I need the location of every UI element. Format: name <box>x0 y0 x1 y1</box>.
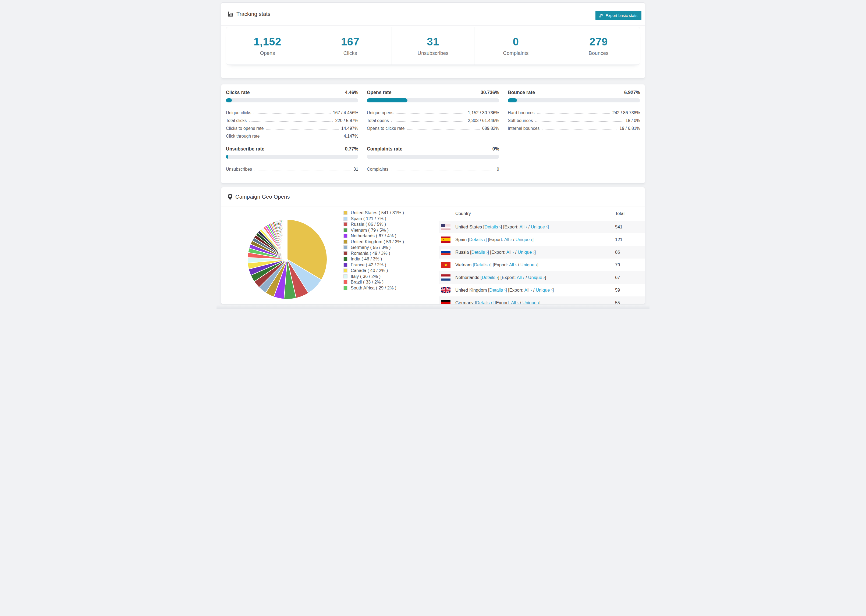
legend-item: Spain ( 121 / 7% ) <box>343 216 404 222</box>
details-link[interactable]: Details › <box>484 225 501 229</box>
legend-swatch <box>343 228 348 232</box>
export-all-link[interactable]: All › <box>511 300 518 304</box>
export-basic-stats-button[interactable]: Export basic stats <box>595 11 641 20</box>
export-button-label: Export basic stats <box>606 13 638 18</box>
legend-label: Spain ( 121 / 7% ) <box>351 216 386 221</box>
legend-label: Netherlands ( 67 / 4% ) <box>351 233 397 238</box>
table-row: United States [Details ›] [Export: All ›… <box>439 221 645 233</box>
tracking-stats-card: Tracking stats Export basic stats 1,152 … <box>221 2 645 79</box>
rate-stat-value: 1,152 / 30.736% <box>468 110 499 115</box>
dotted-leader <box>254 113 330 114</box>
rate-stat-label: Unique opens <box>367 110 394 115</box>
map-pin-icon <box>228 194 232 200</box>
rate-stat-value: 14.497% <box>341 126 358 131</box>
details-link[interactable]: Details › <box>469 237 485 242</box>
progress-bar <box>508 98 640 102</box>
rate-stat-row: Total opens 2,303 / 61.446% <box>367 115 499 123</box>
export-all-link[interactable]: All › <box>524 288 532 292</box>
export-unique-link[interactable]: Unique › <box>518 250 534 255</box>
rate-stat-row: Click through rate 4.147% <box>226 131 358 139</box>
export-unique-link[interactable]: Unique › <box>522 300 539 304</box>
legend-swatch <box>343 211 348 215</box>
rates-card: Clicks rate 4.46% Unique clicks 167 / 4.… <box>221 84 645 184</box>
country-total: 86 <box>615 250 620 255</box>
geo-header: Campaign Geo Opens <box>221 187 645 206</box>
export-all-link[interactable]: All › <box>506 250 514 255</box>
legend-swatch <box>343 222 348 226</box>
legend-label: Canada ( 40 / 2% ) <box>351 268 388 273</box>
details-link[interactable]: Details › <box>482 275 498 280</box>
rate-stat-row: Clicks to opens rate 14.497% <box>226 123 358 131</box>
legend-label: Romania ( 49 / 3% ) <box>351 251 390 256</box>
rate-stat-value: 167 / 4.456% <box>333 110 358 115</box>
details-link[interactable]: Details › <box>471 250 488 255</box>
progress-bar <box>226 98 358 102</box>
legend-item: Netherlands ( 67 / 4% ) <box>343 233 404 239</box>
country-total: 541 <box>615 225 623 229</box>
export-all-link[interactable]: All › <box>509 262 516 267</box>
stat-label: Clicks <box>343 50 357 56</box>
progress-bar-fill <box>226 98 232 102</box>
stat-value: 279 <box>589 36 608 48</box>
export-unique-link[interactable]: Unique › <box>516 237 532 242</box>
stat-value: 1,152 <box>254 36 281 48</box>
rate-stat-value: 220 / 5.87% <box>335 118 358 123</box>
rate-value: 4.46% <box>345 90 358 96</box>
table-row: Germany [Details ›] [Export: All › / Uni… <box>439 297 645 304</box>
export-unique-link[interactable]: Unique › <box>528 275 545 280</box>
rates-grid: Clicks rate 4.46% Unique clicks 167 / 4.… <box>221 84 645 172</box>
details-link[interactable]: Details › <box>474 262 490 267</box>
country-total: 79 <box>615 262 620 267</box>
export-unique-link[interactable]: Unique › <box>520 262 537 267</box>
export-unique-link[interactable]: Unique › <box>531 225 548 229</box>
progress-bar <box>367 98 499 102</box>
stats-summary-box: 1,152 Opens 167 Clicks 31 Unsubscribes 0… <box>226 27 640 65</box>
legend-item: Vietnam ( 79 / 5% ) <box>343 227 404 233</box>
legend-item: France ( 42 / 2% ) <box>343 262 404 268</box>
campaign-geo-opens-card: Campaign Geo Opens United States ( 541 /… <box>221 187 645 304</box>
rate-title: Complaints rate <box>367 146 402 152</box>
legend-swatch <box>343 269 348 272</box>
country-flag-icon <box>441 224 450 230</box>
country-flag-icon <box>441 249 450 255</box>
details-link[interactable]: Details › <box>490 288 506 292</box>
export-unique-link[interactable]: Unique › <box>536 288 553 292</box>
country-name: Vietnam <box>455 262 471 267</box>
legend-item: Canada ( 40 / 2% ) <box>343 268 404 273</box>
stat-cell: 31 Unsubscribes <box>392 27 475 64</box>
rate-title: Unsubscribe rate <box>226 146 265 152</box>
rate-stat-label: Complaints <box>367 167 388 172</box>
export-all-link[interactable]: All › <box>516 275 524 280</box>
total-column-header: Total <box>615 211 625 216</box>
rate-title: Bounce rate <box>508 90 535 96</box>
legend-swatch <box>343 257 348 261</box>
progress-bar <box>367 155 499 159</box>
dotted-leader <box>407 129 480 130</box>
export-all-link[interactable]: All › <box>504 237 512 242</box>
legend-item: Germany ( 55 / 3% ) <box>343 245 404 250</box>
country-name: Russia <box>455 250 469 255</box>
dotted-leader <box>262 137 341 137</box>
country-name: United Kingdom <box>455 288 487 292</box>
stat-value: 167 <box>341 36 359 48</box>
geo-title: Campaign Geo Opens <box>235 194 290 200</box>
stat-label: Complaints <box>503 50 529 56</box>
legend-item: South Africa ( 29 / 2% ) <box>343 285 404 291</box>
rate-block: Bounce rate 6.927% Hard bounces 242 / 86… <box>508 90 640 139</box>
rate-stat-row: Soft bounces 18 / 0% <box>508 115 640 123</box>
export-all-link[interactable]: All › <box>519 225 527 229</box>
rate-stat-value: 18 / 0% <box>625 118 640 123</box>
dotted-leader <box>391 170 494 170</box>
legend-item: Italy ( 36 / 2% ) <box>343 273 404 280</box>
legend-label: Italy ( 36 / 2% ) <box>351 274 381 279</box>
legend-swatch <box>343 234 348 238</box>
stat-value: 31 <box>427 36 439 48</box>
rate-stat-label: Clicks to opens rate <box>226 126 264 131</box>
legend-swatch <box>343 286 348 290</box>
page: Tracking stats Export basic stats 1,152 … <box>216 0 650 309</box>
details-link[interactable]: Details › <box>476 300 493 304</box>
rate-stat-row: Internal bounces 19 / 6.81% <box>508 123 640 131</box>
stat-cell: 1,152 Opens <box>226 27 309 64</box>
dotted-leader <box>391 121 466 122</box>
legend-label: Russia ( 86 / 5% ) <box>351 222 386 227</box>
